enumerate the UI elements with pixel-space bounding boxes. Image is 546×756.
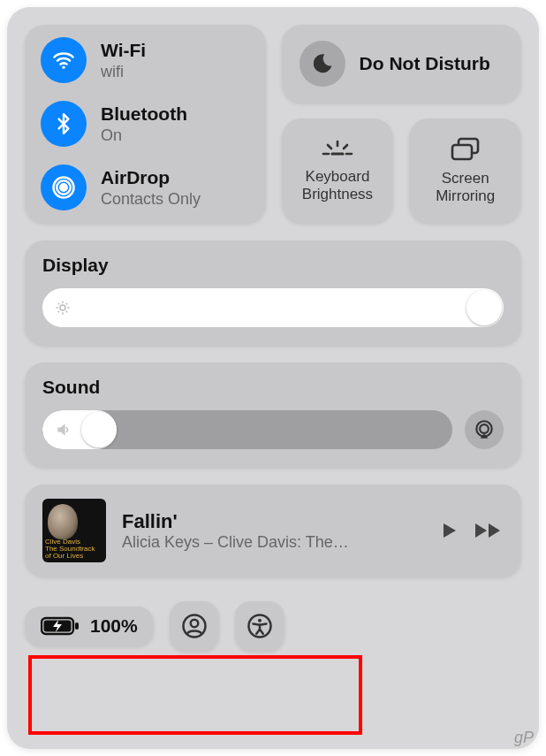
keyboard-brightness-button[interactable]: Keyboard Brightness — [282, 118, 394, 223]
airdrop-toggle[interactable]: AirDrop Contacts Only — [41, 164, 250, 210]
accessibility-button[interactable] — [235, 601, 284, 651]
bluetooth-label: Bluetooth — [101, 103, 187, 125]
battery-text: 100% — [90, 615, 138, 637]
wifi-toggle[interactable]: Wi-Fi wifi — [41, 37, 250, 83]
album-art: Clive Davis The Soundtrack of Our Lives — [42, 499, 106, 562]
playback-controls — [438, 520, 504, 541]
airdrop-label: AirDrop — [101, 167, 201, 188]
track-title: Fallin' — [122, 510, 422, 533]
svg-line-17 — [58, 303, 60, 305]
top-right-column: Do Not Disturb Keyboard Brig — [282, 25, 521, 223]
sun-icon — [55, 300, 71, 316]
bottom-row: 100% — [25, 601, 521, 651]
moon-icon — [300, 41, 345, 87]
annotation-highlight — [28, 655, 362, 735]
sound-heading: Sound — [42, 377, 504, 398]
svg-point-27 — [190, 620, 198, 628]
track-detail: Alicia Keys – Clive Davis: The… — [122, 533, 422, 552]
airdrop-icon — [41, 164, 87, 210]
next-button[interactable] — [474, 520, 504, 541]
svg-point-0 — [62, 66, 64, 69]
sound-card: Sound — [25, 363, 521, 467]
user-switch-button[interactable] — [170, 601, 219, 651]
airdrop-text: AirDrop Contacts Only — [101, 167, 201, 209]
bluetooth-icon — [41, 101, 87, 147]
keyboard-brightness-icon — [320, 138, 355, 161]
now-playing-text: Fallin' Alicia Keys – Clive Davis: The… — [122, 510, 422, 552]
battery-charging-icon — [41, 615, 80, 637]
screen-mirroring-button[interactable]: Screen Mirroring — [409, 118, 521, 223]
svg-rect-11 — [452, 145, 472, 159]
svg-point-22 — [480, 424, 489, 433]
svg-rect-25 — [75, 622, 79, 630]
now-playing-card[interactable]: Clive Davis The Soundtrack of Our Lives … — [25, 485, 521, 577]
svg-line-19 — [58, 311, 60, 313]
display-slider[interactable] — [42, 288, 504, 327]
dnd-toggle[interactable]: Do Not Disturb — [282, 25, 521, 103]
control-center-panel: Wi-Fi wifi Bluetooth On — [7, 7, 539, 749]
svg-line-6 — [344, 145, 347, 149]
sound-slider-thumb[interactable] — [81, 412, 117, 447]
bluetooth-status: On — [101, 126, 187, 145]
connectivity-card: Wi-Fi wifi Bluetooth On — [25, 25, 266, 223]
bluetooth-text: Bluetooth On — [101, 103, 187, 145]
screen-mirroring-label: Screen Mirroring — [414, 170, 516, 206]
svg-point-29 — [258, 619, 262, 622]
album-art-line3: of Our Lives — [45, 553, 103, 560]
airdrop-status: Contacts Only — [101, 190, 201, 209]
watermark: gP — [514, 729, 534, 747]
svg-line-18 — [66, 311, 68, 313]
shortcuts-row: Keyboard Brightness Screen Mirroring — [282, 118, 521, 223]
svg-line-5 — [328, 145, 331, 149]
wifi-text: Wi-Fi wifi — [101, 40, 146, 81]
svg-line-20 — [66, 303, 68, 305]
display-heading: Display — [42, 255, 504, 276]
play-button[interactable] — [438, 520, 459, 541]
svg-point-12 — [60, 305, 65, 310]
wifi-icon — [41, 37, 87, 83]
battery-button[interactable]: 100% — [25, 607, 154, 645]
airplay-audio-button[interactable] — [465, 410, 504, 449]
dnd-label: Do Not Disturb — [360, 52, 490, 74]
svg-point-1 — [60, 184, 67, 191]
speaker-icon — [55, 421, 72, 439]
keyboard-brightness-label: Keyboard Brightness — [287, 168, 389, 204]
display-card: Display — [25, 241, 521, 345]
top-row: Wi-Fi wifi Bluetooth On — [25, 25, 521, 223]
display-slider-thumb[interactable] — [466, 290, 502, 325]
wifi-status: wifi — [101, 63, 146, 81]
bluetooth-toggle[interactable]: Bluetooth On — [41, 101, 250, 147]
screen-mirroring-icon — [449, 136, 482, 163]
sound-slider[interactable] — [42, 410, 452, 449]
wifi-label: Wi-Fi — [101, 40, 146, 61]
